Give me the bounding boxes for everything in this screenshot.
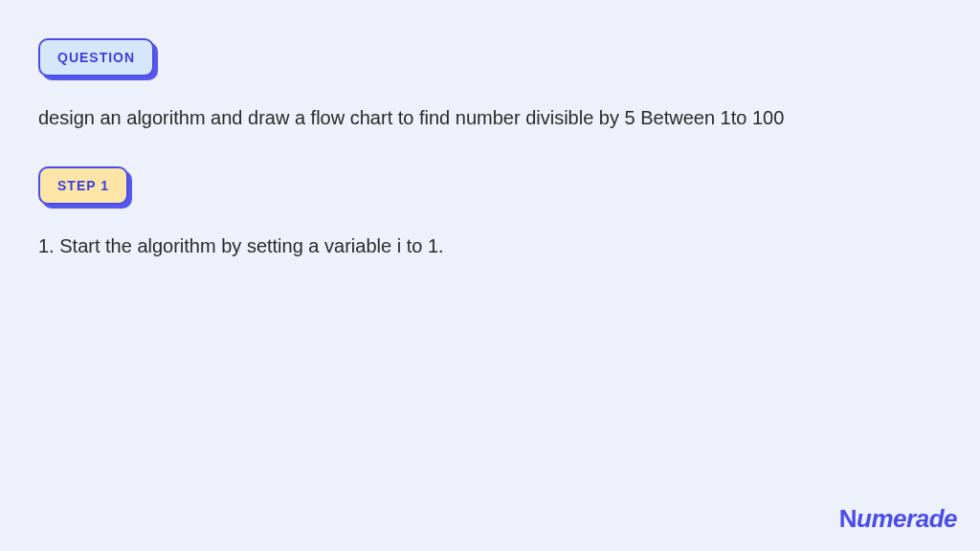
step1-text: 1. Start the algorithm by setting a vari… <box>38 231 942 260</box>
step1-badge: STEP 1 <box>38 166 128 205</box>
question-text: design an algorithm and draw a flow char… <box>38 103 942 132</box>
content-area: QUESTION design an algorithm and draw a … <box>0 0 980 298</box>
question-badge: QUESTION <box>38 38 154 77</box>
brand-logo: NNumeradeumerade <box>839 504 957 534</box>
step-block: STEP 1 1. Start the algorithm by setting… <box>38 166 942 260</box>
